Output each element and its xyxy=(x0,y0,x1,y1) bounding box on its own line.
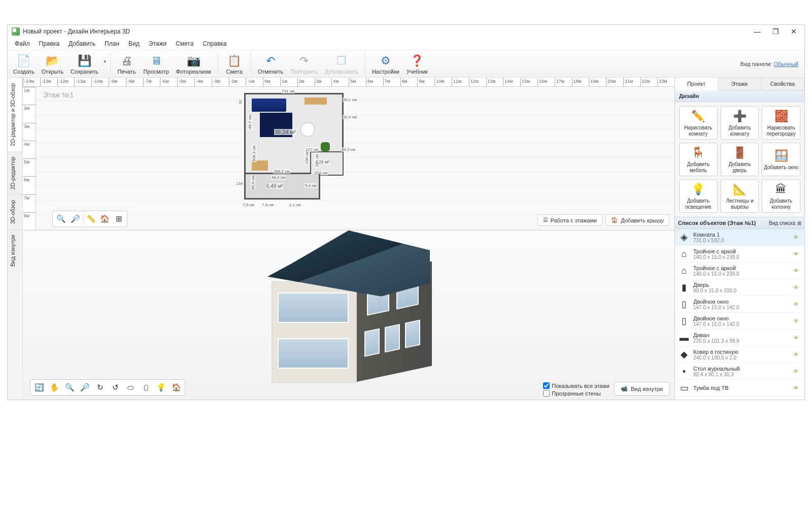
rotate-right-button[interactable]: ↺ xyxy=(108,381,123,394)
side-tab-3d[interactable]: 3D-обзор xyxy=(8,194,22,229)
object-list-item[interactable]: ◆ Ковер в гостиную 240.0 x 180.0 x 2.0 👁 xyxy=(675,346,804,363)
tool-estimate[interactable]: 📋Смета xyxy=(221,52,248,76)
design-button[interactable]: ➕Добавить комнату xyxy=(721,106,759,140)
object-list-item[interactable]: ◈ Комната 1 731.0 x 592.0 👁 xyxy=(675,229,804,246)
side-tab-2d[interactable]: 2D-редактор xyxy=(8,151,22,194)
light-button[interactable]: 💡 xyxy=(153,381,168,394)
list-view-toggle[interactable]: Вид списка ⊞ xyxy=(769,220,801,226)
design-button-icon: 🪑 xyxy=(691,145,705,160)
measure-button[interactable]: 📏 xyxy=(83,212,97,225)
minimize-button[interactable]: — xyxy=(754,28,761,35)
visibility-icon[interactable]: 👁 xyxy=(793,368,801,374)
tool-settings[interactable]: ⚙Настройки xyxy=(368,52,403,76)
zoom-out-button[interactable]: 🔍 xyxy=(54,212,68,225)
tool-undo[interactable]: ↶Отменить xyxy=(254,52,287,76)
visibility-icon[interactable]: 👁 xyxy=(793,234,801,240)
rotate-left-button[interactable]: ↻ xyxy=(92,381,108,394)
visibility-icon[interactable]: 👁 xyxy=(793,301,801,307)
ruler-tick: 16м xyxy=(537,78,555,86)
horizontal-ruler: -14м-13м-12м-11м-10м-9м-8м-7м-6м-5м-4м-3… xyxy=(23,78,674,87)
lasso-button[interactable]: ⬯ xyxy=(138,381,153,394)
room-bottom[interactable]: 6,49 м² 48,4 см 134 85,8 см 5,4 см xyxy=(244,174,320,200)
home-button[interactable]: 🏠 xyxy=(97,212,112,225)
work-with-floors-button[interactable]: ☰Работа с этажами xyxy=(537,214,603,226)
ruler-tick: -14м xyxy=(23,78,40,86)
visibility-icon[interactable]: 👁 xyxy=(793,385,801,391)
side-tab-combo[interactable]: 2D-редактор и 3D-обзор xyxy=(8,78,22,151)
visibility-icon[interactable]: 👁 xyxy=(793,335,801,341)
rtab-project[interactable]: Проект xyxy=(675,78,718,90)
object-list-item[interactable]: ⌂ Тройное с аркой 140.0 x 15.0 x 239.0 👁 xyxy=(675,263,804,279)
viewport-3d[interactable]: 🔄 ✋ 🔍 🔎 ↻ ↺ ⬭ ⬯ 💡 🏠 Показывать все этажи… xyxy=(23,230,674,400)
floorplan[interactable]: 731 см 40,1 см 32,9 см 49,7 см 308,3 см … xyxy=(244,93,351,205)
menu-view[interactable]: Вид xyxy=(124,39,144,48)
select-mode-button[interactable]: ⬭ xyxy=(123,381,138,394)
furniture-table[interactable] xyxy=(300,122,315,137)
menu-plan[interactable]: План xyxy=(100,39,123,48)
tool-print[interactable]: 🖨Печать xyxy=(114,52,140,76)
visibility-icon[interactable]: 👁 xyxy=(793,268,801,274)
object-list-item[interactable]: ⌂ Тройное с аркой 140.0 x 15.0 x 239.0 👁 xyxy=(675,246,804,263)
menu-estimate[interactable]: Смета xyxy=(172,39,197,48)
viewport-2d[interactable]: 1м2м3м4м5м6м7м8м Этаж №1 731 см 40,1 см xyxy=(23,87,674,230)
object-list-item[interactable]: ▭ Тумба под ТВ 👁 xyxy=(675,380,804,397)
visibility-icon[interactable]: 👁 xyxy=(793,284,801,290)
design-button[interactable]: 🪑Добавить мебель xyxy=(679,143,718,176)
snap-grid-button[interactable]: ⊞ xyxy=(112,212,126,225)
room-small[interactable]: 4,29 м² 117 см 24,3 см 185 см 232 см 200… xyxy=(310,151,344,176)
object-list-item[interactable]: ▬ Диван 220.0 x 101.3 x 99.9 👁 xyxy=(675,330,804,346)
zoom-in-3d-button[interactable]: 🔎 xyxy=(77,381,92,394)
tool-photorealism[interactable]: 📷Фотореализм xyxy=(173,52,215,76)
show-all-floors-check[interactable]: Показывать все этажи xyxy=(543,382,610,389)
add-roof-button[interactable]: 🏠Добавить крышу xyxy=(605,214,669,226)
menu-add[interactable]: Добавить xyxy=(64,39,99,48)
maximize-button[interactable]: ❐ xyxy=(772,28,779,35)
transparent-walls-check[interactable]: Прозрачные стены xyxy=(543,390,610,397)
pan-button[interactable]: ✋ xyxy=(47,381,62,394)
rtab-properties[interactable]: Свойства xyxy=(761,78,804,90)
menu-edit[interactable]: Правка xyxy=(35,39,64,48)
design-button[interactable]: 💡Добавить освещение xyxy=(679,179,718,213)
tool-preview[interactable]: 🖥Просмотр xyxy=(140,52,173,76)
design-button[interactable]: 🪟Добавить окно xyxy=(762,143,800,176)
visibility-icon[interactable]: 👁 xyxy=(793,351,801,357)
tool-open[interactable]: 📂Открыть xyxy=(38,52,67,76)
design-button[interactable]: 🧱Нарисовать перегородку xyxy=(762,106,800,140)
house-3d-model[interactable] xyxy=(257,231,440,393)
visibility-icon[interactable]: 👁 xyxy=(793,251,801,257)
tool-create[interactable]: 📄Создать xyxy=(10,52,38,76)
object-list-item[interactable]: ▯ Двойное окно 147.0 x 15.0 x 142.0 👁 xyxy=(675,313,804,330)
object-list-item[interactable]: ▯ Двойное окно 147.0 x 15.0 x 142.0 👁 xyxy=(675,296,804,313)
design-button[interactable]: 🚪Добавить дверь xyxy=(721,143,759,176)
home-3d-button[interactable]: 🏠 xyxy=(168,381,184,394)
design-button-label: Добавить колонну xyxy=(763,198,799,210)
furniture-tv-stand[interactable] xyxy=(304,97,327,105)
orbit-button[interactable]: 🔄 xyxy=(31,381,47,394)
side-tab-inside[interactable]: Вид изнутри xyxy=(8,229,22,272)
object-list-item[interactable]: ▮ Дверь 90.0 x 15.0 x 200.0 👁 xyxy=(675,279,804,296)
rtab-floors[interactable]: Этажи xyxy=(718,78,761,90)
ruler-tick: -8м xyxy=(126,78,143,86)
close-button[interactable]: ✕ xyxy=(790,28,797,35)
menu-help[interactable]: Справка xyxy=(198,39,230,48)
furniture-plant[interactable] xyxy=(321,142,330,151)
visibility-icon[interactable]: 👁 xyxy=(793,318,801,324)
panel-view-link[interactable]: Обычный xyxy=(773,61,798,67)
zoom-out-3d-button[interactable]: 🔍 xyxy=(62,381,77,394)
menu-floors[interactable]: Этажи xyxy=(145,39,171,48)
object-list-item[interactable]: ▪ Стол журнальный 80.4 x 80.1 x 30.3 👁 xyxy=(675,363,804,380)
plan-canvas[interactable]: Этаж №1 731 см 40,1 см 32,9 см xyxy=(36,87,674,230)
zoom-in-button[interactable]: 🔎 xyxy=(68,212,82,225)
view-inside-button[interactable]: 📹Вид изнутри xyxy=(614,382,669,396)
object-list[interactable]: ◈ Комната 1 731.0 x 592.0 👁 ⌂ Тройное с … xyxy=(675,229,804,400)
design-button[interactable]: 📐Лестницы и вырезы xyxy=(721,179,759,213)
design-button[interactable]: ✏️Нарисовать комнату xyxy=(679,106,718,140)
save-dropdown-arrow[interactable]: ▼ xyxy=(103,59,107,64)
panel-view-toggle: Вид панели: Обычный xyxy=(740,61,802,67)
tool-tutorial[interactable]: ❓Учебник xyxy=(403,52,431,76)
design-button[interactable]: 🏛Добавить колонну xyxy=(762,179,800,213)
object-icon: ⌂ xyxy=(678,248,690,260)
furniture-sofa[interactable] xyxy=(252,99,286,112)
tool-save[interactable]: 💾Сохранить xyxy=(67,52,102,76)
menu-file[interactable]: Файл xyxy=(11,39,34,48)
